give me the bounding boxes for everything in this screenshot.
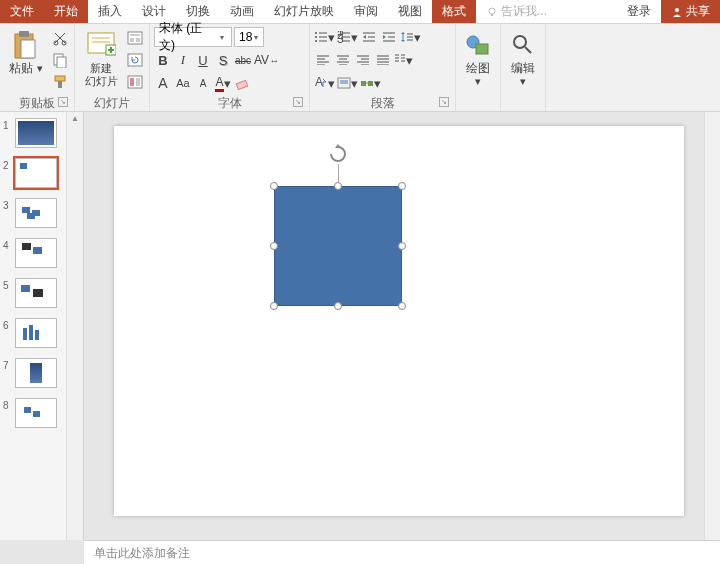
layout-button[interactable] (125, 28, 145, 48)
align-right-button[interactable] (354, 50, 372, 70)
format-painter-button[interactable] (50, 72, 70, 92)
tab-login[interactable]: 登录 (617, 0, 661, 23)
tab-slideshow[interactable]: 幻灯片放映 (264, 0, 344, 23)
columns-button[interactable]: ▾ (394, 50, 413, 70)
thumb-7[interactable] (15, 358, 57, 388)
numbering-button[interactable]: 123▾ (337, 27, 358, 47)
editing-button[interactable]: 编辑▾ (505, 27, 541, 95)
tab-format[interactable]: 格式 (432, 0, 476, 23)
align-left-button[interactable] (314, 50, 332, 70)
justify-button[interactable] (374, 50, 392, 70)
section-icon (127, 75, 143, 89)
thumb-6[interactable] (15, 318, 57, 348)
font-name-combo[interactable]: 宋体 (正文)▾ (154, 27, 232, 47)
tab-view[interactable]: 视图 (388, 0, 432, 23)
valign-icon (337, 77, 351, 89)
thumb-5[interactable] (15, 278, 57, 308)
line-spacing-button[interactable]: ▾ (400, 27, 421, 47)
tab-share[interactable]: 共享 (661, 0, 720, 23)
slide-thumbnails[interactable]: 1 2 3 4 5 6 7 8 (0, 112, 84, 540)
thumb-8[interactable] (15, 398, 57, 428)
eraser-icon (235, 76, 251, 90)
align-text-button[interactable]: ▾ (337, 73, 358, 93)
tab-insert[interactable]: 插入 (88, 0, 132, 23)
group-paragraph: ▾ 123▾ ▾ ▾ A▾ ▾ ▾ 段落↘ (310, 24, 456, 111)
tab-animation[interactable]: 动画 (220, 0, 264, 23)
selected-shape[interactable] (274, 186, 402, 306)
thumb-1[interactable] (15, 118, 57, 148)
thumb-4[interactable] (15, 238, 57, 268)
group-editing: 编辑▾ (501, 24, 546, 111)
section-button[interactable] (125, 72, 145, 92)
cut-button[interactable] (50, 28, 70, 48)
grow-font-button[interactable]: A (154, 73, 172, 93)
tab-review[interactable]: 审阅 (344, 0, 388, 23)
svg-point-0 (489, 8, 495, 14)
tab-file[interactable]: 文件 (0, 0, 44, 23)
handle-nw[interactable] (270, 182, 278, 190)
strike-button[interactable]: abc (234, 50, 252, 70)
align-left-icon (317, 55, 329, 65)
rotate-handle[interactable] (328, 144, 348, 164)
handle-se[interactable] (398, 302, 406, 310)
handle-sw[interactable] (270, 302, 278, 310)
rectangle-shape[interactable] (274, 186, 402, 306)
align-center-icon (337, 55, 349, 65)
group-drawing: 绘图▾ (456, 24, 501, 111)
svg-rect-78 (476, 44, 488, 54)
indent-icon (382, 31, 396, 43)
handle-n[interactable] (334, 182, 342, 190)
align-center-button[interactable] (334, 50, 352, 70)
font-color-button[interactable]: A▾ (214, 73, 232, 93)
copy-icon (52, 52, 68, 68)
clipboard-launcher[interactable]: ↘ (58, 97, 68, 107)
group-font: 宋体 (正文)▾ 18▾ B I U S abc AV↔ A Aa A A▾ 字… (150, 24, 310, 111)
text-direction-button[interactable]: A▾ (314, 73, 335, 93)
tab-home[interactable]: 开始 (44, 0, 88, 23)
main-area: 1 2 3 4 5 6 7 8 (0, 112, 720, 540)
copy-button[interactable] (50, 50, 70, 70)
char-spacing-button[interactable]: AV↔ (254, 50, 279, 70)
bullets-button[interactable]: ▾ (314, 27, 335, 47)
font-launcher[interactable]: ↘ (293, 97, 303, 107)
handle-e[interactable] (398, 242, 406, 250)
drawing-button[interactable]: 绘图▾ (460, 27, 496, 95)
brush-icon (52, 74, 68, 90)
svg-rect-11 (58, 81, 62, 88)
handle-s[interactable] (334, 302, 342, 310)
svg-point-29 (315, 36, 317, 38)
clear-format-button[interactable] (234, 73, 252, 93)
bold-button[interactable]: B (154, 50, 172, 70)
group-slides-label: 幻灯片 (94, 96, 130, 110)
columns-icon (394, 54, 406, 66)
italic-button[interactable]: I (174, 50, 192, 70)
svg-rect-21 (136, 38, 140, 42)
svg-text:A: A (315, 77, 323, 89)
handle-w[interactable] (270, 242, 278, 250)
vertical-scrollbar[interactable] (704, 112, 720, 540)
group-font-label: 字体 (218, 96, 242, 110)
shrink-font-button[interactable]: A (194, 73, 212, 93)
indent-inc-button[interactable] (380, 27, 398, 47)
spacing-icon (400, 31, 414, 43)
indent-dec-button[interactable] (360, 27, 378, 47)
new-slide-button[interactable]: 新建 幻灯片 (79, 27, 123, 95)
reset-button[interactable] (125, 50, 145, 70)
underline-button[interactable]: U (194, 50, 212, 70)
font-size-combo[interactable]: 18▾ (234, 27, 264, 47)
handle-ne[interactable] (398, 182, 406, 190)
paste-button[interactable]: 粘贴 ▾ (4, 27, 48, 95)
paragraph-launcher[interactable]: ↘ (439, 97, 449, 107)
change-case-button[interactable]: Aa (174, 73, 192, 93)
slide-canvas[interactable] (114, 126, 684, 516)
svg-rect-19 (130, 34, 140, 36)
smartart-button[interactable]: ▾ (360, 73, 381, 93)
thumb-2[interactable] (15, 158, 57, 188)
thumb-3[interactable] (15, 198, 57, 228)
shadow-button[interactable]: S (214, 50, 232, 70)
svg-rect-24 (130, 78, 134, 86)
text-dir-icon: A (314, 77, 328, 89)
tab-tell-me[interactable]: 告诉我... (476, 0, 557, 23)
new-slide-icon (86, 31, 116, 59)
notes-pane[interactable]: 单击此处添加备注 (84, 540, 720, 564)
